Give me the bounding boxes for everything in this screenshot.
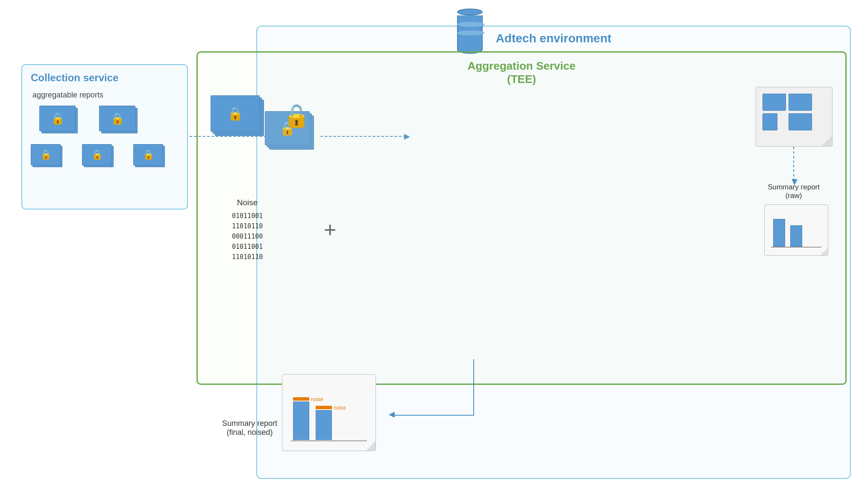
raw-chart-baseline	[771, 247, 821, 248]
noise-bar-2	[316, 406, 332, 409]
raw-bar-chart	[773, 219, 802, 247]
report-front-2: 🔒	[99, 106, 135, 131]
final-chart-corner	[366, 441, 375, 451]
database-icon	[457, 9, 483, 54]
final-bar-2-group: noise	[316, 406, 332, 440]
diagram-container: Adtech environment Collection service ag…	[9, 9, 859, 487]
plus-sign: +	[324, 217, 336, 242]
report-front-5: 🔒	[133, 144, 163, 165]
lock-1: 🔒	[51, 112, 65, 125]
report-stack-1: 🔒	[39, 106, 78, 133]
summary-final-label: Summary report	[222, 419, 277, 428]
raw-bar-2	[790, 225, 802, 247]
doc-corner	[821, 136, 832, 146]
collection-service-box: Collection service aggregatable reports …	[21, 64, 188, 210]
noise-label: Noise	[232, 198, 263, 207]
summary-raw-sublabel: (raw)	[768, 192, 820, 200]
agg-front: 🔒	[211, 95, 260, 132]
report-stack-3: 🔒	[31, 144, 63, 168]
db-line1	[457, 22, 484, 27]
final-bar-2	[316, 410, 332, 440]
lock-2: 🔒	[111, 112, 124, 125]
final-bar-1	[293, 402, 309, 440]
db-top	[457, 9, 483, 15]
report-stack-2: 🔒	[99, 106, 138, 133]
summary-raw-label-area: Summary report (raw)	[768, 183, 820, 200]
raw-bar-1	[773, 219, 785, 247]
lock-3: 🔒	[40, 149, 52, 160]
aggregation-service-title: Aggregation Service (TEE)	[468, 59, 576, 86]
report-stack-5: 🔒	[133, 144, 165, 168]
summary-final-doc: noise noise	[282, 374, 376, 451]
grid-cell-4	[789, 113, 812, 130]
raw-chart-corner	[820, 248, 828, 255]
final-bar-1-group: noise	[293, 397, 309, 440]
lock-5: 🔒	[143, 149, 154, 160]
grid-cell-2	[789, 94, 812, 111]
noise-label-2: noise	[334, 405, 346, 411]
arrow-final-h	[393, 415, 474, 416]
agg-report-stack: 🔒	[211, 95, 266, 142]
summary-final-bg: noise noise	[282, 374, 376, 451]
grid-cell-1	[762, 94, 786, 111]
final-chart-baseline	[291, 440, 367, 441]
noise-label-1: noise	[311, 396, 323, 402]
arrow-down-raw	[793, 147, 794, 181]
noise-bar-2-container: noise	[316, 406, 332, 409]
collection-service-subtitle: aggregatable reports	[32, 91, 103, 100]
arrow-final-v	[473, 359, 474, 415]
summary-raw-chart-doc	[764, 204, 828, 256]
summary-raw-chart-bg	[764, 204, 828, 256]
adtech-env-title: Adtech environment	[496, 32, 612, 45]
lock-agg: 🔒	[227, 106, 243, 121]
summary-final-sublabel: (final, noised)	[222, 428, 277, 437]
summary-raw-grid	[762, 94, 812, 130]
arrow-final-h-head	[389, 412, 395, 418]
db-line2	[457, 30, 484, 35]
summary-raw-label: Summary report	[768, 183, 820, 192]
lock-4: 🔒	[91, 149, 103, 160]
noise-bar-1-container: noise	[293, 397, 309, 401]
summary-final-label-area: Summary report (final, noised)	[222, 419, 277, 437]
collection-service-title: Collection service	[31, 72, 118, 84]
report-stack-4: 🔒	[82, 144, 114, 168]
report-front-4: 🔒	[82, 144, 112, 165]
final-bar-chart: noise noise	[293, 397, 332, 440]
report-front-3: 🔒	[31, 144, 61, 165]
db-body	[457, 15, 483, 45]
report-front-1: 🔒	[39, 106, 76, 131]
unlock-icon: 🔓	[283, 104, 310, 129]
noise-section: Noise 0101100111010110000111000101100111…	[232, 198, 263, 262]
summary-raw-doc-bg	[756, 87, 833, 147]
noise-binary: 0101100111010110000111000101100111010110	[232, 211, 263, 262]
noise-bar-1	[293, 397, 309, 401]
aggregation-service-box: Aggregation Service (TEE) 🔒 🔓	[196, 51, 847, 385]
grid-cell-3	[762, 113, 777, 130]
summary-raw-doc	[756, 87, 833, 147]
